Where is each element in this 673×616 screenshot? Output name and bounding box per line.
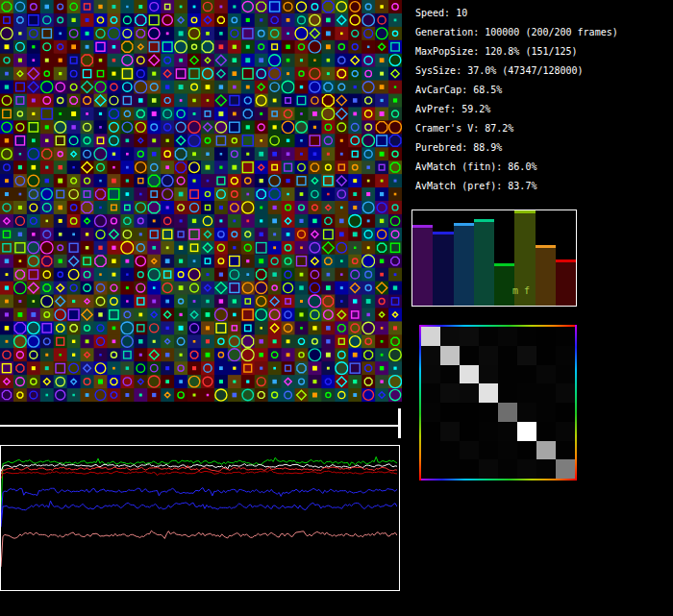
heatmap-cell: [421, 422, 440, 441]
heatmap-cell: [421, 441, 440, 460]
heatmap-cell: [421, 403, 440, 422]
heatmap-cell: [460, 346, 479, 365]
stat-line: MaxPopSize: 120.8% (151/125): [415, 42, 669, 62]
heatmap-cell: [460, 365, 479, 384]
heatmap-cell: [460, 383, 479, 403]
stat-line: SysSize: 37.0% (47347/128000): [415, 62, 669, 81]
heatmap-cell: [517, 383, 536, 403]
stat-line: AvMatch (fitn): 86.0%: [415, 158, 669, 177]
heatmap-cell: [421, 459, 440, 479]
heatmap-cell: [556, 346, 575, 365]
heatmap-cell: [517, 422, 536, 441]
heatmap-cell: [479, 346, 498, 365]
history-line-chart-canvas: [1, 446, 397, 588]
heatmap-cell: [498, 441, 517, 460]
heatmap-cell: [517, 403, 536, 422]
heatmap-cell: [536, 422, 556, 441]
stat-line: Purebred: 88.9%: [415, 138, 669, 158]
heatmap-cell: [421, 365, 440, 384]
heatmap-cell: [479, 422, 498, 441]
heatmap-cell: [536, 459, 556, 479]
heatmap-cell: [460, 441, 479, 460]
heatmap-cell: [536, 383, 556, 403]
timeline-handle[interactable]: [398, 408, 401, 438]
history-line-chart: [0, 445, 400, 591]
heatmap-cell: [517, 327, 536, 346]
bar-group: [412, 210, 576, 306]
heatmap-cell: [460, 459, 479, 479]
bar-violet: [412, 225, 433, 306]
stat-line: AvCarCap: 68.5%: [415, 81, 669, 100]
heatmap-cell: [556, 327, 575, 346]
bar-teal: [474, 219, 494, 306]
heatmap-cell: [479, 441, 498, 460]
heatmap-cell: [479, 403, 498, 422]
stat-line: AvMatch (pref): 83.7%: [415, 177, 669, 196]
heatmap-cell: [440, 327, 460, 346]
heatmap-cell: [536, 346, 556, 365]
heatmap-cell: [517, 365, 536, 384]
stat-line: Generation: 100000 (200/200 frames): [415, 23, 669, 42]
heatmap-cell: [498, 403, 517, 422]
heatmap-cell: [556, 459, 575, 479]
heatmap-cell: [498, 327, 517, 346]
heatmap-cell: [440, 441, 460, 460]
heatmap-cell: [479, 459, 498, 479]
heatmap-cell: [556, 383, 575, 403]
heatmap-cell: [556, 441, 575, 460]
stat-line: AvPref: 59.2%: [415, 100, 669, 119]
heatmap-cell: [536, 403, 556, 422]
simulation-grid-panel: [0, 0, 402, 402]
stats-panel: Speed: 10Generation: 100000 (200/200 fra…: [415, 4, 669, 196]
bar-skyblue: [454, 223, 474, 306]
heatmap-cell: [517, 459, 536, 479]
bar-orange: [536, 245, 556, 306]
heatmap-cell: [460, 403, 479, 422]
species-bar-chart: m f: [411, 209, 577, 307]
simulation-grid-canvas[interactable]: [0, 0, 402, 402]
heatmap-cell: [440, 365, 460, 384]
heatmap-cell: [440, 459, 460, 479]
heatmap-cell: [479, 365, 498, 384]
heatmap-cell: [498, 383, 517, 403]
heatmap-cell: [517, 441, 536, 460]
heatmap-cell: [536, 365, 556, 384]
bar-chart-mf-label: m f: [512, 285, 530, 296]
heatmap-cell: [536, 327, 556, 346]
heatmap-cell: [421, 383, 440, 403]
heatmap-cell: [440, 403, 460, 422]
bar-red: [556, 259, 576, 307]
stat-line: Speed: 10: [415, 4, 669, 23]
heatmap-cells: [421, 327, 575, 479]
heatmap-border-bottom: [419, 479, 577, 480]
heatmap-cell: [479, 327, 498, 346]
heatmap-cell: [498, 346, 517, 365]
bar-blue: [433, 232, 453, 306]
heatmap-cell: [421, 346, 440, 365]
heatmap-cell: [479, 383, 498, 403]
heatmap-cell: [498, 365, 517, 384]
timeline-track[interactable]: [0, 425, 401, 427]
heatmap-cell: [556, 403, 575, 422]
heatmap-cell: [498, 459, 517, 479]
species-heatmap: [419, 325, 577, 480]
heatmap-cell: [517, 346, 536, 365]
heatmap-cell: [498, 422, 517, 441]
heatmap-cell: [440, 383, 460, 403]
stat-line: Cramer's V: 87.2%: [415, 119, 669, 138]
heatmap-cell: [556, 422, 575, 441]
heatmap-cell: [421, 327, 440, 346]
heatmap-cell: [536, 441, 556, 460]
heatmap-cell: [556, 365, 575, 384]
heatmap-border-right: [575, 325, 577, 480]
heatmap-cell: [460, 327, 479, 346]
heatmap-cell: [440, 346, 460, 365]
heatmap-cell: [460, 422, 479, 441]
heatmap-cell: [440, 422, 460, 441]
